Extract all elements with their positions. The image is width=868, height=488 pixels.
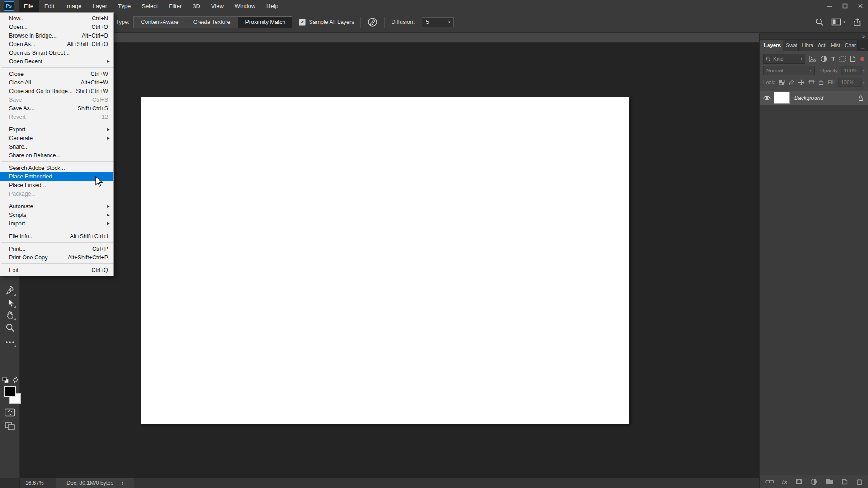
document-tab-bar[interactable] (20, 33, 759, 43)
sample-all-layers-checkbox[interactable]: ✓ (299, 19, 306, 26)
menu-bar-item[interactable]: Help (261, 0, 284, 12)
menu-bar-item[interactable]: Filter (163, 0, 187, 12)
file-menu-item[interactable]: Revert F12 (0, 113, 113, 121)
menu-bar-item[interactable]: Window (229, 0, 261, 12)
close-icon[interactable] (853, 0, 868, 12)
zoom-level-field[interactable]: 16.67% (25, 480, 52, 486)
panel-tab[interactable]: Layers (760, 40, 783, 51)
trash-icon[interactable] (856, 479, 863, 485)
lock-all-icon[interactable] (818, 79, 824, 85)
adjustment-layer-icon[interactable] (811, 479, 817, 485)
file-menu-item[interactable]: Exit Ctrl+Q (0, 266, 113, 274)
file-menu-item[interactable]: Browse in Bridge... Alt+Ctrl+O (0, 31, 113, 40)
filter-adjustment-icon[interactable] (821, 56, 827, 62)
file-menu-item[interactable]: Open Recent ▶ (0, 57, 113, 66)
filter-toggle-dot[interactable] (860, 56, 865, 61)
direct-selection-tool-icon[interactable] (4, 297, 16, 309)
panel-tab[interactable]: Acti (815, 40, 829, 51)
file-menu-item[interactable]: Import ▶ (0, 219, 113, 228)
filter-smart-object-icon[interactable] (850, 56, 856, 62)
menu-bar-item[interactable]: File (19, 0, 39, 12)
file-menu-item[interactable]: Save Ctrl+S (0, 95, 113, 104)
menu-bar-item[interactable]: Type (113, 0, 136, 12)
pen-pressure-icon[interactable] (367, 17, 378, 28)
lock-artboard-icon[interactable] (808, 80, 815, 85)
file-menu-item[interactable]: Open... Ctrl+O (0, 23, 113, 31)
menu-bar-item[interactable]: Layer (87, 0, 113, 12)
quick-mask-icon[interactable] (4, 407, 16, 418)
share-icon[interactable] (853, 18, 862, 27)
panel-tab[interactable]: Libra (799, 40, 815, 51)
document-canvas[interactable] (141, 97, 629, 424)
file-menu-item[interactable]: New... Ctrl+N (0, 14, 113, 23)
heal-type-button[interactable]: Proximity Match (238, 16, 293, 28)
new-layer-icon[interactable] (841, 479, 848, 485)
workspace-switcher-icon[interactable]: ▾ (831, 18, 845, 26)
minimize-icon[interactable] (822, 0, 837, 12)
filter-type-icon[interactable]: T (831, 56, 835, 62)
lock-move-icon[interactable] (798, 79, 805, 86)
status-chevron-icon[interactable]: › (122, 479, 123, 487)
file-menu-item[interactable] (1, 200, 113, 200)
panel-tab[interactable]: Swat (783, 40, 799, 51)
menu-bar-item[interactable]: Select (136, 0, 163, 12)
file-menu-item[interactable]: Package... (0, 189, 113, 198)
layer-row[interactable]: Background (760, 91, 868, 105)
file-menu-item[interactable]: Print... Ctrl+P (0, 244, 113, 253)
doc-info-field[interactable]: Doc: 80.1M/0 bytes › (56, 478, 134, 488)
file-menu-item[interactable]: Open as Smart Object... (0, 48, 113, 57)
group-icon[interactable] (826, 479, 834, 485)
filter-pixel-icon[interactable] (809, 56, 816, 62)
collapse-panels-icon[interactable]: » (862, 33, 864, 39)
panel-menu-icon[interactable]: ≡ (858, 43, 868, 51)
file-menu-item[interactable] (1, 123, 113, 123)
file-menu-item[interactable]: Search Adobe Stock... (0, 164, 113, 172)
file-menu-item[interactable] (1, 230, 113, 230)
swap-colors-icon[interactable] (11, 374, 20, 386)
link-icon[interactable] (765, 479, 774, 484)
lock-transparency-icon[interactable] (779, 80, 785, 85)
search-icon[interactable] (815, 18, 824, 27)
file-menu-item[interactable]: Open As... Alt+Shift+Ctrl+O (0, 40, 113, 48)
diffusion-dropdown[interactable]: 5 ▾ (422, 17, 454, 27)
file-menu-item[interactable] (1, 67, 113, 68)
lock-paint-icon[interactable] (788, 80, 794, 85)
menu-bar-item[interactable]: View (206, 0, 229, 12)
file-menu-item[interactable] (1, 263, 113, 264)
menu-bar-item[interactable]: Edit (39, 0, 60, 12)
file-menu-item[interactable]: Close Ctrl+W (0, 70, 113, 78)
file-menu-item[interactable]: Print One Copy Alt+Shift+Ctrl+P (0, 253, 113, 262)
file-menu-item[interactable]: Automate ▶ (0, 202, 113, 211)
fx-icon[interactable]: fx (782, 479, 788, 485)
kind-filter-dropdown[interactable]: Kind ▾ (763, 54, 805, 64)
menu-bar-item[interactable]: 3D (187, 0, 206, 12)
fill-field[interactable]: 100% (838, 78, 862, 87)
file-menu-item[interactable] (1, 161, 113, 162)
layer-thumbnail[interactable] (774, 92, 790, 104)
file-menu-item[interactable]: Export ▶ (0, 125, 113, 134)
file-menu-item[interactable]: Close All Alt+Ctrl+W (0, 78, 113, 87)
heal-type-button[interactable]: Create Texture (186, 16, 238, 28)
pen-tool-icon[interactable] (4, 285, 16, 296)
layer-mask-icon[interactable] (795, 479, 803, 485)
blend-mode-dropdown[interactable]: Normal ▾ (763, 66, 815, 75)
menu-bar-item[interactable]: Image (60, 0, 87, 12)
screen-mode-icon[interactable] (4, 420, 16, 432)
zoom-tool-icon[interactable] (4, 322, 16, 333)
file-menu-item[interactable]: Save As... Shift+Ctrl+S (0, 104, 113, 113)
maximize-icon[interactable] (837, 0, 853, 12)
edit-toolbar-icon[interactable] (4, 336, 16, 348)
foreground-color-swatch[interactable] (4, 386, 16, 397)
default-colors-icon[interactable] (1, 374, 10, 386)
eye-icon[interactable] (760, 95, 774, 101)
file-menu-item[interactable]: Generate ▶ (0, 134, 113, 142)
file-menu-item[interactable]: File Info... Alt+Shift+Ctrl+I (0, 232, 113, 240)
file-menu-item[interactable]: Share on Behance... (0, 151, 113, 160)
heal-type-button[interactable]: Content-Aware (133, 16, 186, 28)
file-menu-item[interactable]: Share... (0, 142, 113, 151)
opacity-field[interactable]: 100% (841, 66, 862, 75)
hand-tool-icon[interactable] (4, 309, 16, 321)
filter-shape-icon[interactable] (839, 56, 846, 62)
file-menu-item[interactable]: Scripts ▶ (0, 211, 113, 219)
panel-tab[interactable]: Hist (828, 40, 842, 51)
